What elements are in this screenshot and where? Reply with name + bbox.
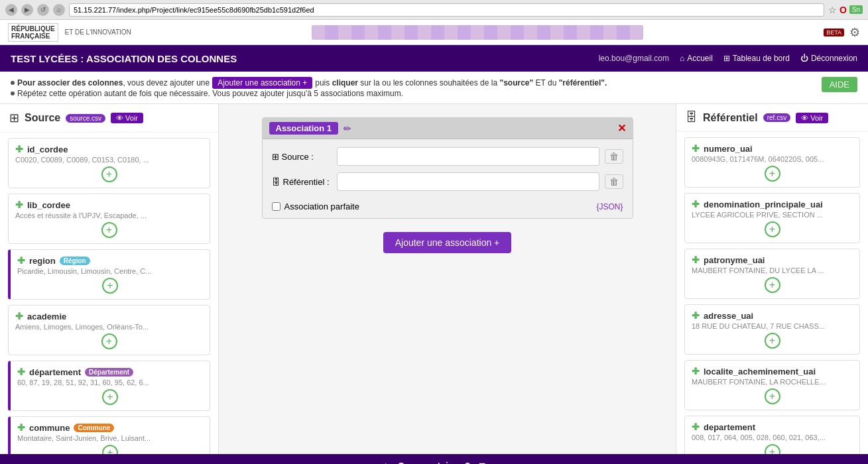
- beta-badge: BETA: [824, 29, 844, 36]
- add-circle-denom[interactable]: +: [765, 221, 780, 237]
- add-circle-uai[interactable]: +: [765, 166, 780, 182]
- forward-button[interactable]: ▶: [21, 4, 33, 16]
- logo-bar: RÉPUBLIQUEFRANÇAISE ET DE L'INNOVATION B…: [0, 20, 868, 45]
- col-name-region: region: [29, 256, 56, 266]
- ref-panel-header: 🗄 Référentiel ref.csv 👁 Voir: [676, 104, 868, 132]
- home-button[interactable]: ⌂: [53, 4, 65, 16]
- plus-icon-commune: ✚: [17, 422, 25, 433]
- add-circle-lib[interactable]: +: [101, 222, 117, 238]
- accueil-link[interactable]: ⌂ Accueil: [680, 54, 713, 63]
- logo-center-area: [138, 25, 817, 40]
- source-panel: ⊞ Source source.csv 👁 Voir ✚ id_cordee C…: [0, 104, 219, 454]
- middle-panel: Association 1 ✏ ✕ ⊞ Source : 🗑 🗄: [219, 104, 676, 454]
- plus-icon-refdept: ✚: [692, 422, 700, 432]
- add-circle-patron[interactable]: +: [765, 277, 780, 293]
- comments-label: Commentaires ?: [398, 461, 471, 464]
- source-column-academie[interactable]: ✚ academie Amiens, Limoges, Limoges, Orl…: [8, 305, 210, 355]
- bullet-2: [11, 91, 15, 95]
- tableau-link[interactable]: ⊞ Tableau de bord: [723, 54, 790, 63]
- source-column-region[interactable]: ✚ region Région Picardie, Limousin, Limo…: [8, 249, 210, 300]
- user-email: leo.bou@gmail.com: [599, 54, 669, 63]
- comments-bar[interactable]: ▲ Commentaires ? ▼: [0, 454, 868, 464]
- ref-column-departement[interactable]: ✚ departement 008, 017, 064, 005, 028, 0…: [684, 416, 860, 454]
- assoc-edit-icon[interactable]: ✏: [343, 123, 351, 134]
- ref-panel: 🗄 Référentiel ref.csv 👁 Voir ✚ numero_ua…: [676, 104, 868, 454]
- ref-panel-title: Référentiel: [703, 112, 758, 124]
- power-icon: ⏻: [800, 54, 808, 63]
- add-circle-id[interactable]: +: [101, 166, 117, 182]
- col-preview-patron: MAUBERT FONTAINE, DU LYCEE LA ...: [692, 266, 853, 274]
- add-circle-refdept[interactable]: +: [765, 444, 780, 454]
- main-content: ⊞ Source source.csv 👁 Voir ✚ id_cordee C…: [0, 104, 868, 454]
- back-button[interactable]: ◀: [5, 4, 17, 16]
- add-circle-local[interactable]: +: [765, 388, 780, 404]
- ref-column-numero-uai[interactable]: ✚ numero_uai 0080943G, 0171476M, 0640220…: [684, 137, 860, 188]
- add-circle-academie[interactable]: +: [101, 333, 117, 349]
- col-preview-id: C0020, C0089, C0089, C0153, C0180, ...: [15, 156, 203, 164]
- assoc-source-delete-button[interactable]: 🗑: [605, 149, 623, 164]
- assoc-source-input[interactable]: [337, 147, 599, 166]
- url-bar[interactable]: [69, 3, 824, 17]
- decorative-bar: [312, 25, 643, 40]
- info-bar-row: Pour associer des colonnes, vous devez a…: [11, 77, 857, 98]
- ref-column-denomination[interactable]: ✚ denomination_principale_uai LYCEE AGRI…: [684, 193, 860, 243]
- arrow-down-icon: ▼: [477, 460, 487, 464]
- ref-voir-button[interactable]: 👁 Voir: [796, 113, 828, 123]
- plus-icon-patron: ✚: [692, 255, 700, 265]
- col-preview-academie: Amiens, Limoges, Limoges, Orléans-To...: [15, 323, 203, 331]
- add-association-inline-button[interactable]: Ajouter une association +: [212, 77, 312, 89]
- col-name-refdept: departement: [704, 422, 755, 432]
- deconnexion-link[interactable]: ⏻ Déconnexion: [800, 54, 857, 63]
- source-voir-button[interactable]: 👁 Voir: [111, 113, 143, 123]
- assoc-footer: Association parfaite {JSON}: [263, 199, 633, 218]
- plus-icon-dept: ✚: [17, 367, 25, 377]
- opera-icon[interactable]: O: [839, 5, 847, 15]
- col-preview-denom: LYCEE AGRICOLE PRIVE, SECTION ...: [692, 211, 853, 219]
- assoc-close-button[interactable]: ✕: [617, 122, 626, 135]
- add-circle-adresse[interactable]: +: [765, 333, 780, 349]
- assoc-ref-delete-button[interactable]: 🗑: [605, 174, 623, 189]
- col-preview-refdept: 008, 017, 064, 005, 028, 060, 021, 063,.…: [692, 434, 853, 441]
- assoc-source-row: ⊞ Source : 🗑: [272, 147, 623, 166]
- info-text-2: Répétez cette opération autant de fois q…: [17, 89, 403, 98]
- source-panel-header: ⊞ Source source.csv 👁 Voir: [0, 104, 218, 133]
- logo-right: BETA ⚙: [824, 25, 860, 40]
- col-name-denom: denomination_principale_uai: [704, 200, 823, 209]
- aide-button[interactable]: AIDE: [822, 77, 857, 92]
- source-column-commune[interactable]: ✚ commune Commune Montataire, Saint-Juni…: [8, 416, 210, 454]
- home-icon: ⌂: [680, 54, 684, 63]
- ref-db-icon: 🗄: [686, 111, 698, 125]
- header-bar: TEST LYCÉES : ASSOCIATION DES COLONNES l…: [0, 45, 868, 72]
- source-row-icon: ⊞: [272, 152, 279, 162]
- assoc-ref-row: 🗄 Référentiel : 🗑: [272, 172, 623, 191]
- assoc-parfaite-checkbox[interactable]: [272, 202, 280, 211]
- add-circle-commune[interactable]: +: [102, 445, 118, 454]
- association-card-1: Association 1 ✏ ✕ ⊞ Source : 🗑 🗄: [262, 117, 633, 219]
- plus-icon-uai: ✚: [692, 143, 700, 154]
- plus-icon-denom: ✚: [692, 199, 700, 209]
- settings-icon[interactable]: ⚙: [849, 25, 860, 40]
- source-column-departement[interactable]: ✚ département Département 60, 87, 19, 28…: [8, 361, 210, 411]
- ref-column-localite[interactable]: ✚ localite_acheminement_uai MAUBERT FONT…: [684, 360, 860, 410]
- ref-column-adresse[interactable]: ✚ adresse_uai 18 RUE DU CHATEAU, 7 RUE C…: [684, 304, 860, 355]
- logo-center: ET DE L'INNOVATION: [65, 29, 131, 36]
- bookmark-icon[interactable]: ☆: [828, 5, 837, 15]
- source-column-lib-cordee[interactable]: ✚ lib_cordee Accès et réussite à l'UPJV,…: [8, 194, 210, 244]
- grid-icon: ⊞: [723, 54, 730, 63]
- col-name-commune: commune: [29, 423, 70, 433]
- info-lines: Pour associer des colonnes, vous devez a…: [11, 77, 822, 98]
- add-circle-region[interactable]: +: [102, 278, 118, 294]
- assoc-ref-input[interactable]: [337, 172, 599, 191]
- add-circle-dept[interactable]: +: [102, 389, 118, 405]
- col-name-lib: lib_cordee: [27, 200, 70, 210]
- ref-column-patronyme[interactable]: ✚ patronyme_uai MAUBERT FONTAINE, DU LYC…: [684, 249, 860, 299]
- add-association-button[interactable]: Ajouter une association +: [383, 232, 512, 253]
- assoc-json-link[interactable]: {JSON}: [596, 202, 623, 211]
- info-line-1: Pour associer des colonnes, vous devez a…: [11, 77, 822, 89]
- refresh-button[interactable]: ↺: [37, 4, 49, 16]
- col-name-id: id_cordee: [27, 145, 68, 154]
- assoc-ref-label: 🗄 Référentiel :: [272, 177, 332, 187]
- source-column-id-cordee[interactable]: ✚ id_cordee C0020, C0089, C0089, C0153, …: [8, 138, 210, 188]
- col-name-academie: academie: [27, 312, 66, 321]
- region-tag-badge: Région: [60, 257, 90, 265]
